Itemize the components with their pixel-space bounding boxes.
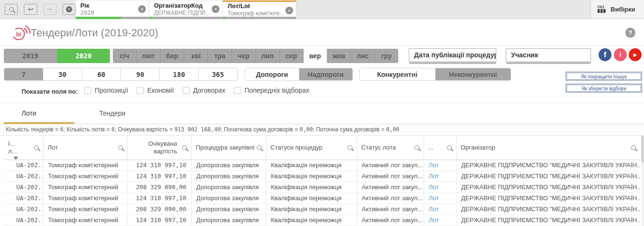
month-button-nov[interactable]: лис xyxy=(351,49,375,63)
cell-lot-link[interactable]: Лот xyxy=(424,171,456,182)
cell-lot-status[interactable]: Активний лот закуп... xyxy=(357,182,424,193)
month-button-dec[interactable]: гру xyxy=(375,49,398,63)
month-button-sep[interactable]: вер xyxy=(304,49,327,63)
checkbox-box[interactable] xyxy=(183,87,190,94)
cell-lot[interactable]: Томограф комп'ютерний xyxy=(43,193,127,204)
cell-organizer[interactable]: ДЕРЖАВНЕ ПІДПРИЄМСТВО "МЕДИЧНІ ЗАКУПІВЛІ… xyxy=(456,182,640,193)
cell-procedure[interactable]: Допорогова закупівля xyxy=(191,182,266,193)
cell-lot[interactable]: Томограф комп'ютерний xyxy=(43,215,127,226)
help-icon[interactable]: ? xyxy=(625,28,635,38)
header-organizer[interactable]: Організатор xyxy=(456,136,640,160)
cell-lot-link[interactable]: Лот xyxy=(424,193,456,204)
cell-tender-id[interactable]: UA-202... xyxy=(4,182,43,193)
days-button-30[interactable]: 30 xyxy=(43,68,82,80)
cell-tender-id[interactable]: UA-202... xyxy=(4,171,43,182)
year-button-2019[interactable]: 2019 xyxy=(4,49,57,63)
publication-date-searchbox[interactable]: Дата публікації процедури xyxy=(409,48,496,62)
scrollbar-thumb[interactable] xyxy=(641,136,644,162)
cell-expected-value[interactable]: 208 329 090,00 xyxy=(127,204,191,215)
search-icon[interactable] xyxy=(182,145,187,150)
month-button-may[interactable]: тра xyxy=(208,49,232,63)
cell-expected-value[interactable]: 208 329 090,00 xyxy=(127,182,191,193)
tab-tenders[interactable]: Тендери xyxy=(76,103,148,124)
cell-procedure[interactable]: Допорогова закупівля xyxy=(191,193,266,204)
info-icon[interactable]: i xyxy=(614,48,627,61)
cell-lot-status[interactable]: Активний лот закуп... xyxy=(357,204,424,215)
header-lot-status[interactable]: Статус лота xyxy=(357,136,424,160)
checkbox-box[interactable] xyxy=(234,87,241,94)
header-procedure-status[interactable]: Статуси процедур xyxy=(266,136,357,160)
selection-chip-year[interactable]: Рік 2020 × xyxy=(76,0,149,19)
search-icon[interactable] xyxy=(348,145,352,150)
days-button-90[interactable]: 90 xyxy=(121,68,160,80)
header-procedure[interactable]: Процедура закупівлі xyxy=(191,136,266,160)
smart-search-icon[interactable] xyxy=(5,4,18,15)
facebook-icon[interactable]: f xyxy=(599,48,611,61)
cell-tender-id[interactable]: UA-202... xyxy=(4,193,43,204)
cell-procedure-status[interactable]: Кваліфікація переможця xyxy=(266,215,357,226)
cell-procedure-status[interactable]: Кваліфікація переможця xyxy=(266,182,357,193)
cell-procedure-status[interactable]: Кваліфікація переможця xyxy=(266,204,357,215)
days-button-7[interactable]: 7 xyxy=(4,68,43,80)
cell-lot[interactable]: Томограф комп'ютерний xyxy=(43,160,127,171)
checkbox-box[interactable] xyxy=(137,87,144,94)
cell-organizer[interactable]: ДЕРЖАВНЕ ПІДПРИЄМСТВО "МЕДИЧНІ ЗАКУПІВЛІ… xyxy=(456,160,640,171)
competitive-button[interactable]: Конкурентні xyxy=(360,68,436,80)
cell-tender-id[interactable]: UA-202... xyxy=(4,215,43,226)
header-lot[interactable]: Лот xyxy=(43,136,127,160)
non-competitive-button[interactable]: Неконкурентні xyxy=(436,68,511,80)
search-icon[interactable] xyxy=(447,145,452,150)
table-row[interactable]: UA-202... Томограф комп'ютерний 124 310 … xyxy=(4,171,640,182)
table-row[interactable]: UA-202... Томограф комп'ютерний 124 310 … xyxy=(4,215,640,226)
selections-tool-button[interactable]: Вибірки xyxy=(590,0,644,19)
selection-chip-lot[interactable]: Лот/Lot Томограф комп'юте... × xyxy=(223,0,296,19)
cell-procedure[interactable]: Допорогова закупівля xyxy=(191,160,266,171)
above-threshold-button[interactable]: Надпороги xyxy=(299,68,353,80)
cell-expected-value[interactable]: 124 310 997,10 xyxy=(127,160,191,171)
cell-tender-id[interactable]: UA-202... xyxy=(4,204,43,215)
month-button-oct[interactable]: жов xyxy=(327,49,351,63)
cell-organizer[interactable]: ДЕРЖАВНЕ ПІДПРИЄМСТВО "МЕДИЧНІ ЗАКУПІВЛІ… xyxy=(456,215,640,226)
cell-procedure-status[interactable]: Кваліфікація переможця xyxy=(266,160,357,171)
participant-searchbox[interactable]: Учасник xyxy=(506,48,591,62)
cell-organizer[interactable]: ДЕРЖАВНЕ ПІДПРИЄМСТВО "МЕДИЧНІ ЗАКУПІВЛІ… xyxy=(456,171,640,182)
cell-procedure-status[interactable]: Кваліфікація переможця xyxy=(266,193,357,204)
checkbox-proposals[interactable]: Пропозиції xyxy=(84,86,128,94)
cell-procedure[interactable]: Допорогова закупівля xyxy=(191,215,266,226)
save-selections-link[interactable]: Як зберегти відбори xyxy=(566,84,642,93)
cell-lot[interactable]: Томограф комп'ютерний xyxy=(43,204,127,215)
cell-lot-link[interactable]: Лот xyxy=(424,182,456,193)
checkbox-preselections[interactable]: Попередніх відборах xyxy=(234,86,309,94)
step-forward-icon[interactable]: ↪ xyxy=(44,4,56,15)
search-icon[interactable] xyxy=(34,145,39,150)
days-button-365[interactable]: 365 xyxy=(199,68,237,80)
selection-chip-organizer-code[interactable]: ОрганізаторКод ДЕРЖАВНЕ ПІДПР... × xyxy=(149,0,223,19)
header-ellipsis[interactable]: ... xyxy=(424,136,456,160)
cell-lot-status[interactable]: Активний лот закуп... xyxy=(357,193,424,204)
checkbox-box[interactable] xyxy=(84,87,91,94)
table-scrollbar[interactable] xyxy=(641,136,644,226)
month-button-apr[interactable]: кві xyxy=(184,49,208,63)
cell-lot-link[interactable]: Лот xyxy=(424,215,456,226)
month-button-jul[interactable]: лип xyxy=(256,49,280,63)
cell-procedure-status[interactable]: Кваліфікація переможця xyxy=(266,171,357,182)
month-button-mar[interactable]: бер xyxy=(161,49,185,63)
cell-organizer[interactable]: ДЕРЖАВНЕ ПІДПРИЄМСТВО "МЕДИЧНІ ЗАКУПІВЛІ… xyxy=(456,193,640,204)
header-tender-id[interactable]: І... л... xyxy=(4,136,43,160)
year-button-2020[interactable]: 2020 xyxy=(57,49,110,63)
days-button-60[interactable]: 60 xyxy=(82,68,121,80)
cell-tender-id[interactable]: UA-202... xyxy=(4,160,43,171)
cell-lot-status[interactable]: Активний лот закуп... xyxy=(357,171,424,182)
cell-lot[interactable]: Томограф комп'ютерний xyxy=(43,171,127,182)
cell-expected-value[interactable]: 124 310 997,10 xyxy=(127,193,191,204)
cell-procedure[interactable]: Допорогова закупівля xyxy=(191,204,266,215)
below-threshold-button[interactable]: Допороги xyxy=(245,68,299,80)
search-icon[interactable] xyxy=(631,145,636,150)
checkbox-savings[interactable]: Економії xyxy=(137,86,174,94)
table-row[interactable]: UA-202... Томограф комп'ютерний 124 310 … xyxy=(4,160,640,171)
remove-filter-icon[interactable]: × xyxy=(285,7,293,14)
days-button-180[interactable]: 180 xyxy=(160,68,198,80)
header-expected-value[interactable]: Очікувана вартість xyxy=(127,136,191,160)
cell-organizer[interactable]: ДЕРЖАВНЕ ПІДПРИЄМСТВО "МЕДИЧНІ ЗАКУПІВЛІ… xyxy=(456,204,640,215)
month-button-jan[interactable]: січ xyxy=(113,49,137,63)
